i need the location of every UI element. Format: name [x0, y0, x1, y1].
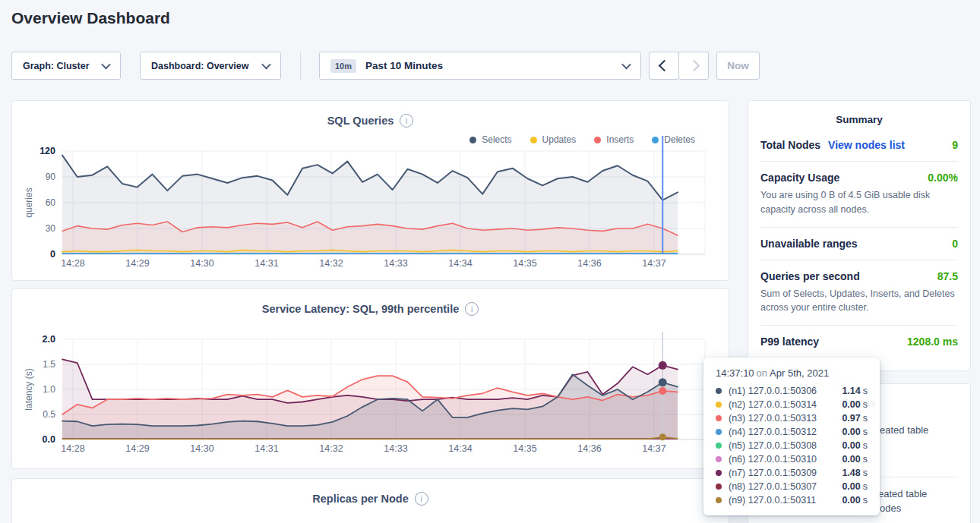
svg-text:14:32: 14:32: [319, 258, 343, 269]
legend-dot: [469, 137, 476, 143]
svg-text:14:35: 14:35: [513, 443, 536, 454]
tooltip-node-value: 1.48: [842, 468, 860, 478]
svg-text:14:37: 14:37: [642, 258, 665, 269]
tooltip-node-unit: s: [863, 440, 868, 451]
tooltip-node-label: (n7) 127.0.0.1:50309: [729, 468, 842, 478]
chart-title: Replicas per Node: [312, 493, 409, 505]
tooltip-node-unit: s: [863, 481, 868, 492]
tooltip-node-unit: s: [863, 413, 868, 424]
tooltip-node-value: 0.00: [842, 399, 860, 410]
event-text-fragment: odes: [880, 503, 901, 514]
svg-text:0.5: 0.5: [43, 409, 55, 420]
svg-text:60: 60: [46, 197, 56, 208]
svg-text:queries: queries: [24, 187, 34, 217]
tooltip-preposition: on: [757, 367, 767, 379]
graph-dropdown[interactable]: Graph: Cluster: [11, 52, 121, 80]
chevron-left-icon: [658, 60, 670, 72]
svg-text:1.5: 1.5: [43, 359, 55, 370]
time-range-badge: 10m: [330, 59, 356, 73]
node-color-dot: [716, 497, 722, 503]
summary-rows: Total NodesView nodes list9Capacity Usag…: [748, 129, 970, 358]
legend-dot: [594, 137, 601, 143]
summary-metric-value: 9: [952, 139, 958, 151]
graph-dropdown-label: Graph: Cluster: [23, 61, 90, 71]
legend-label: Selects: [482, 134, 511, 145]
legend-item-deletes[interactable]: Deletes: [652, 134, 695, 145]
legend-item-updates[interactable]: Updates: [530, 134, 577, 145]
tooltip-time: 14:37:10: [716, 367, 754, 379]
svg-text:90: 90: [46, 172, 56, 182]
summary-row: Queries per second87.5Sum of Selects, Up…: [760, 260, 958, 326]
summary-row: P99 latency1208.0 ms: [760, 325, 958, 358]
legend-item-selects[interactable]: Selects: [469, 134, 511, 145]
time-pager: [649, 52, 709, 80]
event-text-fragment: eated table: [878, 488, 927, 499]
summary-metric-label: Unavailable ranges: [760, 238, 858, 250]
latency-chart[interactable]: 0.00.51.01.52.014:2814:2914:3014:3114:32…: [12, 289, 729, 468]
svg-text:14:34: 14:34: [448, 258, 472, 269]
sql-queries-panel: 030609012014:2814:2914:3014:3114:3214:33…: [11, 100, 729, 281]
info-icon[interactable]: i: [415, 492, 428, 506]
chart-header: SQL Queries i: [12, 114, 729, 128]
legend-item-inserts[interactable]: Inserts: [594, 134, 634, 145]
svg-text:0.0: 0.0: [43, 434, 55, 445]
replicas-per-node-panel: Replicas per Node i: [11, 478, 729, 523]
summary-metric-label: Capacity Usage: [760, 172, 839, 184]
time-range-dropdown[interactable]: 10m Past 10 Minutes: [319, 52, 641, 80]
tooltip-date: Apr 5th, 2021: [770, 367, 829, 379]
summary-row: Capacity Usage0.00%You are using 0 B of …: [760, 161, 958, 227]
svg-text:14:36: 14:36: [577, 443, 601, 454]
summary-row-main: Queries per second87.5: [760, 270, 958, 282]
time-next-button[interactable]: [678, 52, 709, 80]
dashboard-dropdown[interactable]: Dashboard: Overview: [140, 52, 281, 80]
svg-text:14:36: 14:36: [577, 258, 601, 269]
svg-text:14:37: 14:37: [642, 443, 665, 454]
tooltip-node-label: (n1) 127.0.0.1:50306: [729, 386, 842, 396]
svg-text:14:28: 14:28: [61, 258, 84, 269]
svg-text:14:33: 14:33: [384, 258, 407, 269]
info-icon[interactable]: i: [465, 302, 479, 316]
node-color-dot: [716, 402, 722, 408]
info-icon[interactable]: i: [400, 114, 413, 128]
svg-text:14:33: 14:33: [384, 443, 407, 454]
now-button[interactable]: Now: [716, 52, 760, 80]
summary-metric-label: P99 latency: [760, 336, 819, 348]
chevron-right-icon: [688, 60, 700, 72]
chart-hover-tooltip: 14:37:10onApr 5th, 2021 (n1) 127.0.0.1:5…: [703, 358, 880, 515]
svg-text:2.0: 2.0: [43, 334, 55, 345]
sql-queries-chart[interactable]: 030609012014:2814:2914:3014:3114:3214:33…: [12, 101, 729, 280]
svg-text:14:30: 14:30: [190, 443, 213, 454]
time-range-label: Past 10 Minutes: [365, 60, 623, 71]
svg-text:14:30: 14:30: [190, 258, 213, 269]
tooltip-node-unit: s: [863, 427, 868, 437]
summary-row-main: Total NodesView nodes list9: [760, 139, 958, 151]
tooltip-row: (n4) 127.0.0.1:503120.00s: [716, 425, 868, 439]
summary-metric-value: 87.5: [937, 270, 958, 282]
tooltip-node-label: (n5) 127.0.0.1:50308: [729, 440, 842, 451]
tooltip-node-label: (n3) 127.0.0.1:50313: [729, 413, 842, 424]
page-title: Overview Dashboard: [11, 9, 170, 27]
node-color-dot: [716, 470, 722, 476]
summary-metric-value: 1208.0 ms: [907, 336, 958, 348]
node-color-dot: [716, 388, 722, 394]
summary-row-main: Unavailable ranges0: [760, 238, 958, 250]
svg-text:14:28: 14:28: [61, 443, 84, 454]
tooltip-node-value: 0.00: [842, 495, 860, 506]
tooltip-node-value: 0.00: [842, 427, 860, 437]
legend-dot: [652, 137, 659, 143]
tooltip-node-value: 0.00: [842, 481, 860, 492]
summary-metric-label: Total Nodes: [760, 139, 820, 151]
chart-header: Service Latency: SQL, 99th percentile i: [12, 302, 729, 316]
chevron-down-icon: [261, 60, 271, 70]
svg-text:14:34: 14:34: [448, 443, 472, 454]
node-color-dot: [716, 456, 722, 462]
view-nodes-list-link[interactable]: View nodes list: [828, 139, 905, 151]
svg-text:14:32: 14:32: [319, 443, 343, 454]
tooltip-node-label: (n9) 127.0.0.1:50311: [729, 495, 842, 506]
chart-title: SQL Queries: [327, 115, 394, 127]
tooltip-node-unit: s: [863, 495, 868, 506]
time-prev-button[interactable]: [649, 52, 679, 80]
svg-text:120: 120: [40, 146, 55, 156]
tooltip-rows: (n1) 127.0.0.1:503061.14s(n2) 127.0.0.1:…: [716, 384, 868, 507]
summary-panel: Summary Total NodesView nodes list9Capac…: [748, 100, 971, 371]
